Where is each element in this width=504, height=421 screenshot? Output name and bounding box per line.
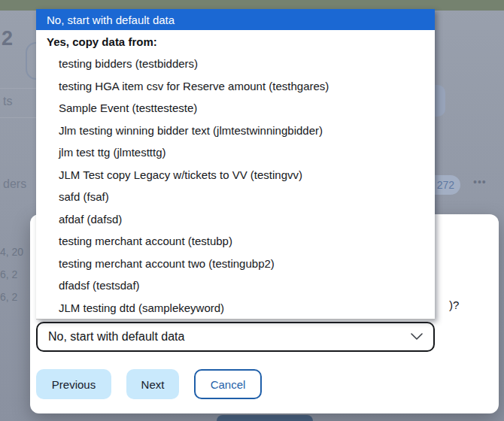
next-button[interactable]: Next (126, 369, 179, 399)
modal-button-row: Previous Next Cancel (36, 369, 262, 399)
dimmed-date-fragment: 4, 20 (0, 246, 23, 258)
copy-data-dropdown-list: No, start with default data Yes, copy da… (36, 9, 435, 320)
cancel-button[interactable]: Cancel (194, 369, 262, 399)
question-text-fragment: )? (449, 298, 459, 311)
dropdown-option[interactable]: Jlm testing winning bidder text (jlmtest… (36, 120, 435, 142)
dimmed-date-fragment: 6, 2 (0, 291, 17, 303)
dropdown-option[interactable]: testing bidders (testbidders) (36, 53, 435, 75)
dimmed-divider (0, 88, 36, 89)
dimmed-date-fragment: 6, 2 (0, 268, 17, 280)
dropdown-option[interactable]: safd (fsaf) (36, 186, 435, 208)
dropdown-option[interactable]: JLM Test copy Legacy w/tickets to VV (te… (36, 164, 435, 186)
dropdown-option[interactable]: afdaf (dafsd) (36, 208, 435, 231)
dropdown-option[interactable]: JLM testing dtd (samplekeyword) (36, 297, 435, 320)
dimmed-primary-button-fragment (217, 415, 313, 421)
dropdown-option[interactable]: jlm test ttg (jlmtestttg) (36, 141, 435, 164)
dimmed-divider (0, 117, 36, 118)
chevron-down-icon (411, 333, 423, 341)
dropdown-option[interactable]: testing merchant account two (testingubp… (36, 253, 435, 275)
dropdown-option[interactable]: Sample Event (testtesteste) (36, 97, 435, 120)
copy-data-select[interactable]: No, start with default data (36, 322, 435, 352)
dropdown-option[interactable]: testing HGA item csv for Reserve amount … (36, 75, 435, 98)
dimmed-nav-label-fragment: ts (3, 95, 12, 108)
dropdown-option[interactable]: dfadsf (testsdaf) (36, 274, 435, 297)
dimmed-page-heading-fragment: 2 (2, 27, 14, 50)
ellipsis-menu-icon: ••• (473, 176, 487, 188)
dimmed-row-label-fragment: ders (3, 177, 26, 191)
dropdown-group-label: Yes, copy data from: (36, 30, 435, 53)
dropdown-option[interactable]: testing merchant account (testubp) (36, 230, 435, 253)
dropdown-option-default[interactable]: No, start with default data (36, 9, 435, 30)
select-current-value: No, start with default data (48, 330, 411, 344)
previous-button[interactable]: Previous (36, 369, 111, 399)
